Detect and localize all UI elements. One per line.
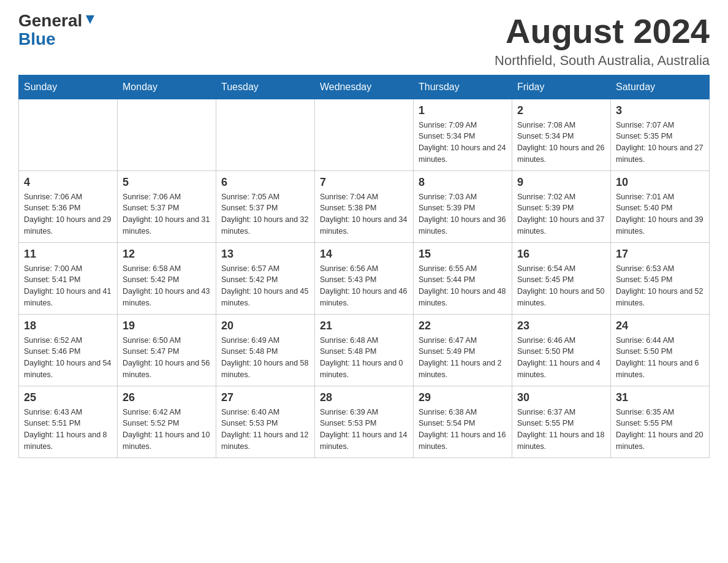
day-number: 27 [221, 391, 309, 404]
day-number: 18 [24, 320, 112, 332]
page-header: General Blue August 2024 Northfield, Sou… [18, 12, 710, 69]
day-info: Sunrise: 7:07 AMSunset: 5:35 PMDaylight:… [616, 120, 704, 166]
calendar-cell: 2Sunrise: 7:08 AMSunset: 5:34 PMDaylight… [512, 99, 611, 170]
weekday-header-saturday: Saturday [611, 75, 710, 99]
day-info: Sunrise: 6:46 AMSunset: 5:50 PMDaylight:… [517, 335, 605, 381]
day-number: 17 [616, 248, 704, 261]
calendar-cell: 10Sunrise: 7:01 AMSunset: 5:40 PMDayligh… [611, 170, 710, 242]
calendar-cell: 23Sunrise: 6:46 AMSunset: 5:50 PMDayligh… [512, 314, 611, 386]
logo-blue: Blue [18, 29, 56, 49]
svg-marker-0 [86, 15, 94, 24]
day-info: Sunrise: 6:44 AMSunset: 5:50 PMDaylight:… [616, 335, 704, 381]
day-number: 1 [419, 104, 507, 117]
week-row-2: 4Sunrise: 7:06 AMSunset: 5:36 PMDaylight… [19, 170, 710, 242]
calendar-cell: 29Sunrise: 6:38 AMSunset: 5:54 PMDayligh… [414, 386, 512, 458]
calendar-cell: 16Sunrise: 6:54 AMSunset: 5:45 PMDayligh… [512, 242, 611, 314]
day-info: Sunrise: 7:02 AMSunset: 5:39 PMDaylight:… [517, 191, 605, 237]
day-info: Sunrise: 6:58 AMSunset: 5:42 PMDaylight:… [123, 263, 211, 309]
calendar-cell: 14Sunrise: 6:56 AMSunset: 5:43 PMDayligh… [315, 242, 414, 314]
day-info: Sunrise: 6:53 AMSunset: 5:45 PMDaylight:… [616, 263, 704, 309]
weekday-header-wednesday: Wednesday [315, 75, 414, 99]
day-info: Sunrise: 6:55 AMSunset: 5:44 PMDaylight:… [419, 263, 507, 309]
day-info: Sunrise: 7:06 AMSunset: 5:36 PMDaylight:… [24, 191, 112, 237]
calendar-cell: 18Sunrise: 6:52 AMSunset: 5:46 PMDayligh… [19, 314, 118, 386]
calendar-cell: 9Sunrise: 7:02 AMSunset: 5:39 PMDaylight… [512, 170, 611, 242]
calendar-cell: 7Sunrise: 7:04 AMSunset: 5:38 PMDaylight… [315, 170, 414, 242]
day-info: Sunrise: 6:49 AMSunset: 5:48 PMDaylight:… [221, 335, 309, 381]
logo-general: General [18, 12, 82, 29]
calendar-cell: 30Sunrise: 6:37 AMSunset: 5:55 PMDayligh… [512, 386, 611, 458]
day-number: 13 [221, 248, 309, 261]
weekday-header-tuesday: Tuesday [216, 75, 315, 99]
day-number: 2 [517, 104, 605, 117]
day-number: 24 [616, 320, 704, 332]
title-block: August 2024 Northfield, South Australia,… [495, 12, 710, 69]
day-info: Sunrise: 6:50 AMSunset: 5:47 PMDaylight:… [123, 335, 211, 381]
day-number: 21 [320, 320, 408, 332]
day-info: Sunrise: 7:09 AMSunset: 5:34 PMDaylight:… [419, 120, 507, 166]
day-number: 7 [320, 176, 408, 189]
calendar-cell: 21Sunrise: 6:48 AMSunset: 5:48 PMDayligh… [315, 314, 414, 386]
calendar-header-row: SundayMondayTuesdayWednesdayThursdayFrid… [19, 75, 710, 99]
calendar-cell: 22Sunrise: 6:47 AMSunset: 5:49 PMDayligh… [414, 314, 512, 386]
calendar-cell: 27Sunrise: 6:40 AMSunset: 5:53 PMDayligh… [216, 386, 315, 458]
week-row-1: 1Sunrise: 7:09 AMSunset: 5:34 PMDaylight… [19, 99, 710, 170]
day-info: Sunrise: 6:57 AMSunset: 5:42 PMDaylight:… [221, 263, 309, 309]
calendar-cell: 17Sunrise: 6:53 AMSunset: 5:45 PMDayligh… [611, 242, 710, 314]
weekday-header-thursday: Thursday [414, 75, 512, 99]
day-number: 5 [123, 176, 211, 189]
day-info: Sunrise: 7:05 AMSunset: 5:37 PMDaylight:… [221, 191, 309, 237]
day-number: 16 [517, 248, 605, 261]
day-number: 10 [616, 176, 704, 189]
day-info: Sunrise: 6:52 AMSunset: 5:46 PMDaylight:… [24, 335, 112, 381]
day-number: 4 [24, 176, 112, 189]
calendar-cell: 4Sunrise: 7:06 AMSunset: 5:36 PMDaylight… [19, 170, 118, 242]
calendar-cell [19, 99, 118, 170]
day-info: Sunrise: 6:56 AMSunset: 5:43 PMDaylight:… [320, 263, 408, 309]
calendar-cell: 13Sunrise: 6:57 AMSunset: 5:42 PMDayligh… [216, 242, 315, 314]
day-info: Sunrise: 6:48 AMSunset: 5:48 PMDaylight:… [320, 335, 408, 381]
day-info: Sunrise: 7:04 AMSunset: 5:38 PMDaylight:… [320, 191, 408, 237]
day-info: Sunrise: 7:08 AMSunset: 5:34 PMDaylight:… [517, 120, 605, 166]
calendar-cell: 20Sunrise: 6:49 AMSunset: 5:48 PMDayligh… [216, 314, 315, 386]
month-title: August 2024 [495, 12, 710, 50]
day-number: 29 [419, 391, 507, 404]
day-number: 14 [320, 248, 408, 261]
calendar-cell: 8Sunrise: 7:03 AMSunset: 5:39 PMDaylight… [414, 170, 512, 242]
day-number: 25 [24, 391, 112, 404]
day-number: 11 [24, 248, 112, 261]
day-number: 3 [616, 104, 704, 117]
day-info: Sunrise: 7:03 AMSunset: 5:39 PMDaylight:… [419, 191, 507, 237]
day-info: Sunrise: 7:00 AMSunset: 5:41 PMDaylight:… [24, 263, 112, 309]
calendar-cell [118, 99, 216, 170]
calendar-cell: 11Sunrise: 7:00 AMSunset: 5:41 PMDayligh… [19, 242, 118, 314]
day-info: Sunrise: 6:37 AMSunset: 5:55 PMDaylight:… [517, 407, 605, 453]
week-row-3: 11Sunrise: 7:00 AMSunset: 5:41 PMDayligh… [19, 242, 710, 314]
location-title: Northfield, South Australia, Australia [495, 53, 710, 69]
calendar-cell: 19Sunrise: 6:50 AMSunset: 5:47 PMDayligh… [118, 314, 216, 386]
calendar-cell: 15Sunrise: 6:55 AMSunset: 5:44 PMDayligh… [414, 242, 512, 314]
day-number: 20 [221, 320, 309, 332]
day-info: Sunrise: 6:54 AMSunset: 5:45 PMDaylight:… [517, 263, 605, 309]
day-number: 28 [320, 391, 408, 404]
calendar-cell: 26Sunrise: 6:42 AMSunset: 5:52 PMDayligh… [118, 386, 216, 458]
calendar-table: SundayMondayTuesdayWednesdayThursdayFrid… [18, 75, 710, 458]
calendar-cell: 25Sunrise: 6:43 AMSunset: 5:51 PMDayligh… [19, 386, 118, 458]
calendar-cell: 6Sunrise: 7:05 AMSunset: 5:37 PMDaylight… [216, 170, 315, 242]
day-number: 31 [616, 391, 704, 404]
day-number: 22 [419, 320, 507, 332]
calendar-cell: 28Sunrise: 6:39 AMSunset: 5:53 PMDayligh… [315, 386, 414, 458]
calendar-cell: 24Sunrise: 6:44 AMSunset: 5:50 PMDayligh… [611, 314, 710, 386]
day-number: 6 [221, 176, 309, 189]
day-number: 8 [419, 176, 507, 189]
day-number: 9 [517, 176, 605, 189]
day-info: Sunrise: 6:40 AMSunset: 5:53 PMDaylight:… [221, 407, 309, 453]
calendar-cell [315, 99, 414, 170]
week-row-4: 18Sunrise: 6:52 AMSunset: 5:46 PMDayligh… [19, 314, 710, 386]
day-info: Sunrise: 6:42 AMSunset: 5:52 PMDaylight:… [123, 407, 211, 453]
calendar-cell [216, 99, 315, 170]
day-number: 23 [517, 320, 605, 332]
day-number: 19 [123, 320, 211, 332]
day-info: Sunrise: 6:43 AMSunset: 5:51 PMDaylight:… [24, 407, 112, 453]
day-info: Sunrise: 6:47 AMSunset: 5:49 PMDaylight:… [419, 335, 507, 381]
